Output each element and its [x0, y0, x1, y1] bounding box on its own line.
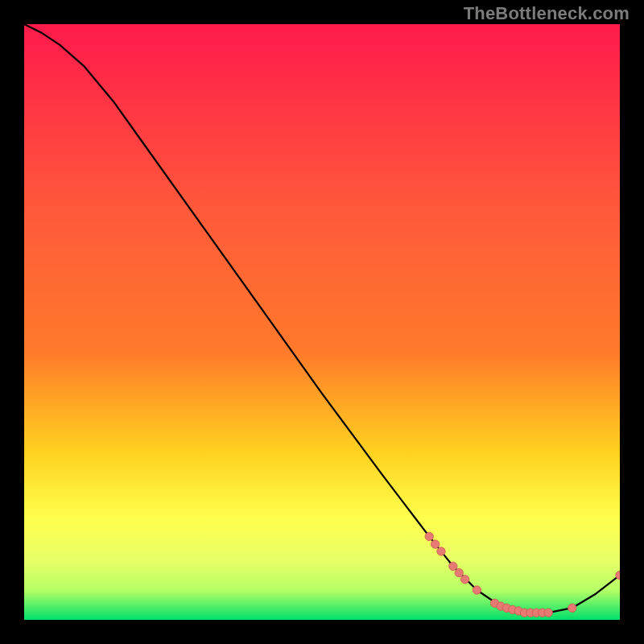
data-marker — [431, 540, 439, 548]
data-marker — [437, 547, 445, 555]
data-marker — [473, 586, 481, 594]
data-marker — [544, 609, 552, 617]
plot-area — [24, 24, 620, 620]
data-marker — [425, 532, 433, 540]
data-marker — [455, 568, 463, 576]
data-marker — [449, 562, 457, 570]
data-marker — [568, 604, 576, 612]
chart-container: TheBottleneck.com — [0, 0, 644, 644]
data-marker — [460, 575, 469, 583]
gradient-background — [24, 24, 620, 620]
chart-svg — [24, 24, 620, 620]
watermark-text: TheBottleneck.com — [464, 3, 630, 24]
